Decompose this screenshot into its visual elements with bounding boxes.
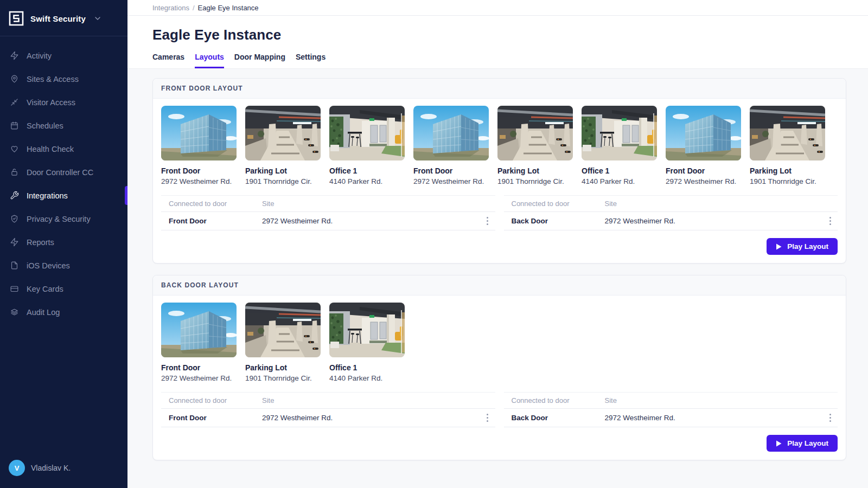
door-table: Connected to door Site Back Door 2972 We… bbox=[504, 195, 838, 230]
breadcrumb-current: Eagle Eye Instance bbox=[198, 4, 259, 12]
table-row: Front Door 2972 Westheimer Rd. bbox=[161, 408, 495, 427]
user-name: Vladislav K. bbox=[31, 464, 71, 472]
sidebar-item-sites-access[interactable]: Sites & Access bbox=[0, 67, 127, 91]
brand-row[interactable]: Swift Security bbox=[0, 0, 127, 36]
sidebar-item-label: Privacy & Security bbox=[27, 215, 91, 223]
camera-address: 1901 Thornridge Cir. bbox=[245, 374, 321, 382]
sidebar-nav: Activity Sites & Access Visitor Access S… bbox=[0, 36, 127, 324]
camera-card[interactable]: Office 1 4140 Parker Rd. bbox=[582, 106, 657, 185]
camera-card[interactable]: Front Door 2972 Westheimer Rd. bbox=[413, 106, 489, 185]
row-actions-menu-button[interactable] bbox=[480, 412, 495, 424]
camera-card[interactable]: Front Door 2972 Westheimer Rd. bbox=[161, 106, 237, 185]
sidebar-item-label: Activity bbox=[27, 52, 52, 60]
row-actions-menu-button[interactable] bbox=[822, 215, 838, 227]
camera-name: Parking Lot bbox=[497, 166, 573, 175]
sidebar-item-activity[interactable]: Activity bbox=[0, 44, 127, 67]
breadcrumb-parent-link[interactable]: Integrations bbox=[152, 4, 189, 12]
play-layout-button[interactable]: Play Layout bbox=[767, 238, 838, 255]
table-row: Back Door 2972 Westheimer Rd. bbox=[504, 408, 838, 427]
sidebar-item-label: iOS Devices bbox=[27, 261, 70, 270]
camera-name: Office 1 bbox=[329, 166, 405, 175]
building-exterior-thumbnail[interactable] bbox=[161, 106, 237, 160]
door-name: Back Door bbox=[512, 217, 605, 225]
sidebar-item-label: Visitor Access bbox=[27, 98, 75, 107]
camera-name: Front Door bbox=[413, 166, 489, 175]
sidebar-item-health-check[interactable]: Health Check bbox=[0, 137, 127, 160]
door-table: Connected to door Site Back Door 2972 We… bbox=[504, 392, 838, 427]
office-interior-thumbnail[interactable] bbox=[329, 303, 405, 357]
section-title: BACK DOOR LAYOUT bbox=[153, 275, 846, 296]
camera-address: 1901 Thornridge Cir. bbox=[750, 177, 825, 185]
chevron-down-icon[interactable] bbox=[93, 14, 102, 23]
sidebar-item-audit-log[interactable]: Audit Log bbox=[0, 300, 127, 324]
column-header-site: Site bbox=[605, 200, 823, 208]
sidebar-item-label: Door Controller CC bbox=[27, 168, 93, 177]
office-interior-thumbnail[interactable] bbox=[329, 106, 405, 160]
parking-garage-thumbnail[interactable] bbox=[750, 106, 825, 160]
tab-door-mapping[interactable]: Door Mapping bbox=[234, 53, 285, 68]
building-exterior-thumbnail[interactable] bbox=[413, 106, 489, 160]
sidebar-item-integrations[interactable]: Integrations bbox=[0, 184, 127, 207]
camera-name: Office 1 bbox=[582, 166, 657, 175]
row-actions-menu-button[interactable] bbox=[822, 412, 838, 424]
column-header-site: Site bbox=[262, 396, 480, 404]
sidebar-item-reports[interactable]: Reports bbox=[0, 230, 127, 254]
camera-card[interactable]: Parking Lot 1901 Thornridge Cir. bbox=[245, 303, 321, 382]
shield-check-icon bbox=[10, 214, 19, 223]
credit-card-icon bbox=[10, 284, 19, 293]
camera-card[interactable]: Front Door 2972 Westheimer Rd. bbox=[666, 106, 741, 185]
play-layout-button[interactable]: Play Layout bbox=[767, 435, 838, 452]
sidebar-item-privacy-security[interactable]: Privacy & Security bbox=[0, 207, 127, 230]
camera-address: 1901 Thornridge Cir. bbox=[245, 177, 321, 185]
avatar: V bbox=[9, 460, 25, 476]
sidebar-item-schedules[interactable]: Schedules bbox=[0, 114, 127, 137]
building-exterior-thumbnail[interactable] bbox=[161, 303, 237, 357]
user-menu[interactable]: V Vladislav K. bbox=[0, 451, 127, 488]
zap-icon bbox=[10, 51, 19, 60]
camera-card[interactable]: Office 1 4140 Parker Rd. bbox=[329, 106, 405, 185]
camera-address: 2972 Westheimer Rd. bbox=[161, 374, 237, 382]
content: FRONT DOOR LAYOUT Front Door 2972 Westhe… bbox=[127, 69, 868, 488]
site-name: 2972 Westheimer Rd. bbox=[605, 217, 823, 225]
camera-name: Parking Lot bbox=[245, 166, 321, 175]
column-header-connected-to-door: Connected to door bbox=[512, 200, 605, 208]
back-door-layout-card: BACK DOOR LAYOUT Front Door 2972 Westhei… bbox=[152, 275, 846, 460]
parking-garage-thumbnail[interactable] bbox=[497, 106, 573, 160]
camera-card[interactable]: Parking Lot 1901 Thornridge Cir. bbox=[750, 106, 825, 185]
camera-card[interactable]: Front Door 2972 Westheimer Rd. bbox=[161, 303, 237, 382]
camera-card[interactable]: Parking Lot 1901 Thornridge Cir. bbox=[245, 106, 321, 185]
breadcrumb: Integrations / Eagle Eye Instance bbox=[127, 0, 868, 16]
camera-name: Front Door bbox=[161, 363, 237, 372]
parking-garage-thumbnail[interactable] bbox=[245, 106, 321, 160]
camera-card[interactable]: Office 1 4140 Parker Rd. bbox=[329, 303, 405, 382]
tab-bar: Cameras Layouts Door Mapping Settings bbox=[152, 53, 846, 68]
door-table: Connected to door Site Front Door 2972 W… bbox=[161, 195, 495, 230]
building-exterior-thumbnail[interactable] bbox=[666, 106, 741, 160]
sidebar-item-door-controller-cc[interactable]: Door Controller CC bbox=[0, 160, 127, 184]
active-item-indicator bbox=[125, 186, 127, 205]
parking-garage-thumbnail[interactable] bbox=[245, 303, 321, 357]
camera-card[interactable]: Parking Lot 1901 Thornridge Cir. bbox=[497, 106, 573, 185]
page-title: Eagle Eye Instance bbox=[152, 27, 846, 43]
sidebar-item-label: Integrations bbox=[27, 191, 68, 200]
calendar-icon bbox=[10, 121, 19, 130]
map-pin-icon bbox=[10, 74, 19, 84]
camera-address: 4140 Parker Rd. bbox=[329, 177, 405, 185]
sidebar-item-label: Sites & Access bbox=[27, 75, 79, 84]
tab-layouts[interactable]: Layouts bbox=[195, 53, 224, 68]
camera-name: Parking Lot bbox=[245, 363, 321, 372]
column-header-connected-to-door: Connected to door bbox=[169, 200, 262, 208]
tab-cameras[interactable]: Cameras bbox=[152, 53, 184, 68]
office-interior-thumbnail[interactable] bbox=[582, 106, 657, 160]
tab-settings[interactable]: Settings bbox=[296, 53, 326, 68]
sidebar-item-visitor-access[interactable]: Visitor Access bbox=[0, 91, 127, 114]
row-actions-menu-button[interactable] bbox=[480, 215, 495, 227]
sidebar-item-ios-devices[interactable]: iOS Devices bbox=[0, 254, 127, 277]
camera-name: Parking Lot bbox=[750, 166, 825, 175]
site-name: 2972 Westheimer Rd. bbox=[262, 217, 480, 225]
door-name: Front Door bbox=[169, 217, 262, 225]
column-header-site: Site bbox=[262, 200, 480, 208]
sidebar-item-key-cards[interactable]: Key Cards bbox=[0, 277, 127, 300]
main-area: Integrations / Eagle Eye Instance Eagle … bbox=[127, 0, 868, 488]
door-table: Connected to door Site Front Door 2972 W… bbox=[161, 392, 495, 427]
